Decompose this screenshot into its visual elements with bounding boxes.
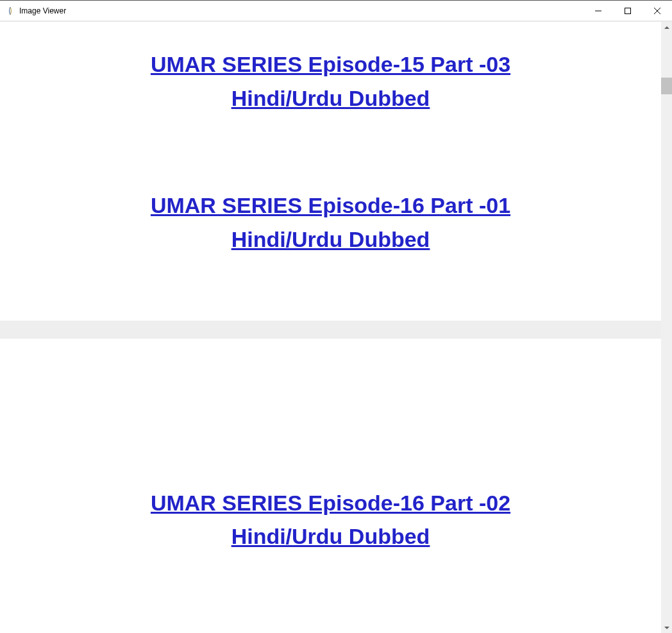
page-body: UMAR SERIES Episode-15 Part -03 Hindi/Ur… [0,22,661,579]
maximize-button[interactable] [613,1,643,21]
content-card: UMAR SERIES Episode-15 Part -03 Hindi/Ur… [0,22,661,321]
episode-link-line2: Hindi/Urdu Dubbed [231,227,430,251]
titlebar-left: Image Viewer [0,6,66,16]
svg-rect-1 [625,8,631,13]
scroll-down-button[interactable] [661,622,672,633]
minimize-button[interactable] [584,1,613,21]
window-controls [584,1,672,21]
client-area: UMAR SERIES Episode-15 Part -03 Hindi/Ur… [0,21,672,633]
episode-link-line2: Hindi/Urdu Dubbed [231,524,430,548]
content-card: UMAR SERIES Episode-16 Part -02 Hindi/Ur… [0,339,661,579]
close-button[interactable] [643,1,672,21]
app-icon [5,6,15,16]
content-viewport[interactable]: UMAR SERIES Episode-15 Part -03 Hindi/Ur… [0,22,661,633]
episode-link-line1: UMAR SERIES Episode-16 Part -01 [151,193,510,217]
window-frame: Image Viewer UMAR SERIES Episode-15 Part… [0,0,672,633]
episode-link[interactable]: UMAR SERIES Episode-16 Part -01 Hindi/Ur… [87,189,575,256]
chevron-down-icon [664,627,669,629]
episode-link[interactable]: UMAR SERIES Episode-15 Part -03 Hindi/Ur… [87,47,575,115]
chevron-up-icon [664,26,669,29]
scroll-up-button[interactable] [661,22,672,33]
spacer [26,115,635,189]
episode-link-line2: Hindi/Urdu Dubbed [231,86,430,110]
episode-link-line1: UMAR SERIES Episode-16 Part -02 [151,491,510,515]
scrollbar-track[interactable] [661,33,672,622]
scrollbar-thumb[interactable] [661,78,672,94]
episode-link-line1: UMAR SERIES Episode-15 Part -03 [151,52,510,76]
vertical-scrollbar[interactable] [661,22,672,633]
episode-link[interactable]: UMAR SERIES Episode-16 Part -02 Hindi/Ur… [87,486,575,553]
titlebar: Image Viewer [0,1,672,21]
window-title: Image Viewer [19,6,66,15]
